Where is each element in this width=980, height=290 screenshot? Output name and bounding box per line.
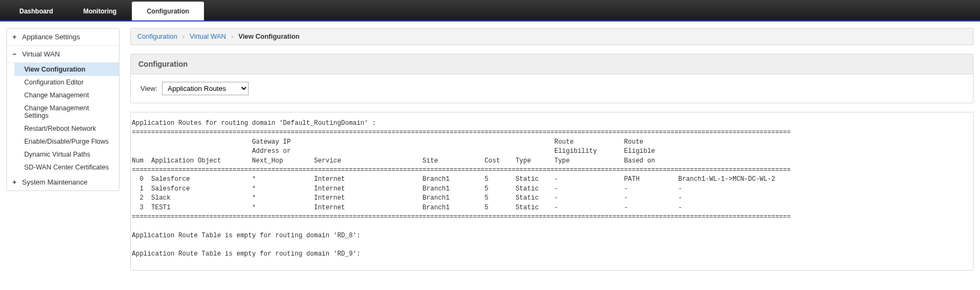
tab-dashboard[interactable]: Dashboard [4, 2, 68, 20]
sidebar-group-appliance-settings[interactable]: + Appliance Settings [7, 29, 119, 46]
minus-icon: − [12, 50, 19, 58]
view-select[interactable]: Application Routes [162, 82, 249, 95]
sidebar-group-virtual-wan[interactable]: − Virtual WAN [7, 46, 119, 63]
sidebar-sub-virtual-wan: View Configuration Configuration Editor … [7, 63, 119, 174]
sidebar-item-change-management-settings[interactable]: Change Management Settings [15, 102, 119, 122]
sidebar-group-label: Appliance Settings [22, 33, 80, 41]
top-nav: Dashboard Monitoring Configuration [0, 0, 980, 22]
breadcrumb: Configuration › Virtual WAN › View Confi… [130, 28, 974, 45]
sidebar-group-system-maintenance[interactable]: + System Maintenance [7, 174, 119, 190]
sidebar-group-label: System Maintenance [22, 178, 87, 186]
config-panel: Configuration View: Application Routes [130, 54, 974, 103]
sidebar-item-view-configuration[interactable]: View Configuration [15, 63, 119, 76]
sidebar-item-change-management[interactable]: Change Management [15, 89, 119, 102]
sidebar-group-label: Virtual WAN [22, 50, 60, 58]
breadcrumb-link-configuration[interactable]: Configuration [137, 33, 177, 40]
sidebar-item-restart-reboot-network[interactable]: Restart/Reboot Network [15, 122, 119, 135]
plus-icon: + [12, 178, 19, 186]
chevron-right-icon: › [231, 33, 233, 40]
sidebar-item-dynamic-virtual-paths[interactable]: Dynamic Virtual Paths [15, 148, 119, 161]
chevron-right-icon: › [182, 33, 185, 40]
breadcrumb-current: View Configuration [238, 33, 300, 40]
sidebar: + Appliance Settings − Virtual WAN View … [6, 28, 119, 191]
panel-title: Configuration [131, 54, 973, 74]
output-text: Application Routes for routing domain 'D… [132, 119, 972, 259]
tab-monitoring[interactable]: Monitoring [68, 2, 132, 20]
breadcrumb-link-virtual-wan[interactable]: Virtual WAN [190, 33, 226, 40]
sidebar-item-sdwan-center-certificates[interactable]: SD-WAN Center Certificates [15, 161, 119, 174]
plus-icon: + [12, 33, 19, 41]
output-panel: Application Routes for routing domain 'D… [130, 112, 974, 271]
tab-configuration[interactable]: Configuration [132, 2, 205, 20]
view-label: View: [140, 84, 158, 93]
sidebar-item-enable-disable-purge-flows[interactable]: Enable/Disable/Purge Flows [15, 135, 119, 148]
sidebar-item-configuration-editor[interactable]: Configuration Editor [15, 76, 119, 89]
